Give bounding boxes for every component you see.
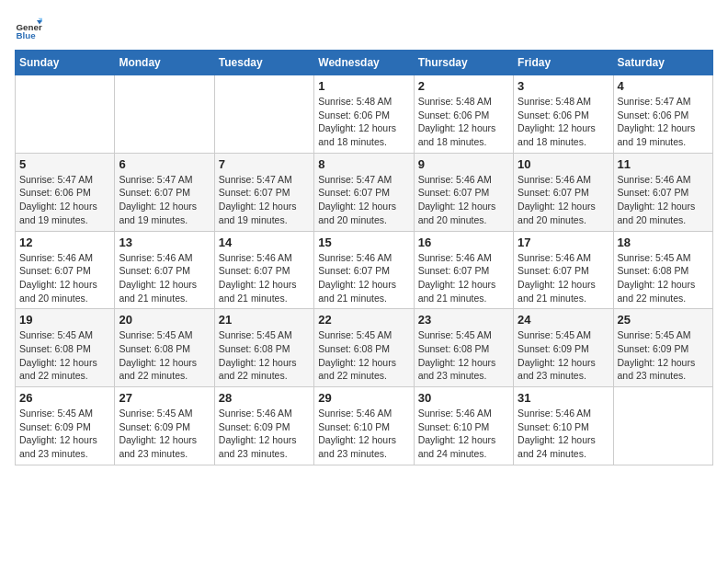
day-info: Sunrise: 5:45 AM Sunset: 6:08 PM Dayligh…	[19, 328, 110, 383]
day-info: Sunrise: 5:45 AM Sunset: 6:09 PM Dayligh…	[618, 328, 709, 383]
day-info: Sunrise: 5:46 AM Sunset: 6:07 PM Dayligh…	[418, 251, 509, 305]
day-number: 19	[19, 313, 110, 327]
calendar-cell: 6Sunrise: 5:47 AM Sunset: 6:07 PM Daylig…	[115, 153, 214, 231]
day-info: Sunrise: 5:47 AM Sunset: 6:07 PM Dayligh…	[119, 173, 210, 227]
day-info: Sunrise: 5:48 AM Sunset: 6:06 PM Dayligh…	[518, 95, 609, 149]
day-number: 18	[618, 236, 709, 249]
day-number: 12	[19, 236, 110, 249]
day-number: 15	[318, 236, 409, 249]
day-info: Sunrise: 5:46 AM Sunset: 6:07 PM Dayligh…	[418, 173, 509, 227]
calendar-header-row: SundayMondayTuesdayWednesdayThursdayFrid…	[16, 51, 713, 75]
day-info: Sunrise: 5:45 AM Sunset: 6:08 PM Dayligh…	[418, 328, 509, 383]
calendar-cell: 18Sunrise: 5:45 AM Sunset: 6:08 PM Dayli…	[613, 231, 712, 309]
calendar-cell: 27Sunrise: 5:45 AM Sunset: 6:09 PM Dayli…	[115, 387, 214, 465]
day-info: Sunrise: 5:46 AM Sunset: 6:07 PM Dayligh…	[219, 251, 310, 305]
day-number: 9	[418, 157, 509, 171]
day-info: Sunrise: 5:45 AM Sunset: 6:08 PM Dayligh…	[618, 251, 709, 305]
day-info: Sunrise: 5:45 AM Sunset: 6:08 PM Dayligh…	[318, 328, 409, 383]
calendar-cell: 5Sunrise: 5:47 AM Sunset: 6:06 PM Daylig…	[16, 153, 115, 231]
calendar-cell	[115, 75, 214, 154]
day-number: 25	[618, 313, 709, 327]
page-header: General Blue	[15, 15, 713, 42]
calendar-cell: 17Sunrise: 5:46 AM Sunset: 6:07 PM Dayli…	[514, 231, 613, 309]
day-number: 17	[518, 236, 609, 249]
day-info: Sunrise: 5:46 AM Sunset: 6:10 PM Dayligh…	[418, 407, 509, 461]
day-info: Sunrise: 5:46 AM Sunset: 6:07 PM Dayligh…	[19, 251, 110, 305]
svg-text:Blue: Blue	[17, 30, 37, 40]
day-number: 13	[119, 236, 210, 249]
day-number: 26	[19, 391, 110, 405]
calendar-cell: 23Sunrise: 5:45 AM Sunset: 6:08 PM Dayli…	[414, 309, 513, 387]
day-info: Sunrise: 5:47 AM Sunset: 6:06 PM Dayligh…	[19, 173, 110, 227]
day-number: 20	[119, 313, 210, 327]
calendar-table: SundayMondayTuesdayWednesdayThursdayFrid…	[15, 50, 713, 465]
day-info: Sunrise: 5:46 AM Sunset: 6:07 PM Dayligh…	[518, 173, 609, 227]
day-number: 5	[19, 157, 110, 171]
logo-icon: General Blue	[15, 15, 42, 42]
day-info: Sunrise: 5:45 AM Sunset: 6:09 PM Dayligh…	[119, 407, 210, 461]
calendar-header-saturday: Saturday	[613, 51, 712, 75]
calendar-cell: 20Sunrise: 5:45 AM Sunset: 6:08 PM Dayli…	[115, 309, 214, 387]
calendar-cell: 11Sunrise: 5:46 AM Sunset: 6:07 PM Dayli…	[613, 153, 712, 231]
calendar-week-row: 26Sunrise: 5:45 AM Sunset: 6:09 PM Dayli…	[16, 387, 713, 465]
calendar-week-row: 12Sunrise: 5:46 AM Sunset: 6:07 PM Dayli…	[16, 231, 713, 309]
calendar-week-row: 1Sunrise: 5:48 AM Sunset: 6:06 PM Daylig…	[16, 75, 713, 154]
day-number: 6	[119, 157, 210, 171]
day-number: 21	[219, 313, 310, 327]
calendar-cell: 7Sunrise: 5:47 AM Sunset: 6:07 PM Daylig…	[214, 153, 313, 231]
day-info: Sunrise: 5:48 AM Sunset: 6:06 PM Dayligh…	[418, 95, 509, 149]
calendar-cell: 26Sunrise: 5:45 AM Sunset: 6:09 PM Dayli…	[16, 387, 115, 465]
day-number: 29	[318, 391, 409, 405]
day-number: 1	[318, 79, 409, 93]
calendar-cell: 25Sunrise: 5:45 AM Sunset: 6:09 PM Dayli…	[613, 309, 712, 387]
calendar-header-monday: Monday	[115, 51, 214, 75]
calendar-cell: 24Sunrise: 5:45 AM Sunset: 6:09 PM Dayli…	[514, 309, 613, 387]
calendar-cell: 3Sunrise: 5:48 AM Sunset: 6:06 PM Daylig…	[514, 75, 613, 154]
calendar-cell: 16Sunrise: 5:46 AM Sunset: 6:07 PM Dayli…	[414, 231, 513, 309]
day-number: 27	[119, 391, 210, 405]
calendar-cell	[16, 75, 115, 154]
day-number: 31	[518, 391, 609, 405]
calendar-header-sunday: Sunday	[16, 51, 115, 75]
day-number: 16	[418, 236, 509, 249]
day-number: 7	[219, 157, 310, 171]
calendar-cell: 13Sunrise: 5:46 AM Sunset: 6:07 PM Dayli…	[115, 231, 214, 309]
day-info: Sunrise: 5:45 AM Sunset: 6:09 PM Dayligh…	[518, 328, 609, 383]
calendar-cell: 15Sunrise: 5:46 AM Sunset: 6:07 PM Dayli…	[314, 231, 414, 309]
day-number: 22	[318, 313, 409, 327]
day-number: 3	[518, 79, 609, 93]
logo: General Blue	[15, 15, 42, 42]
calendar-cell: 9Sunrise: 5:46 AM Sunset: 6:07 PM Daylig…	[414, 153, 513, 231]
calendar-cell: 19Sunrise: 5:45 AM Sunset: 6:08 PM Dayli…	[16, 309, 115, 387]
day-info: Sunrise: 5:45 AM Sunset: 6:08 PM Dayligh…	[119, 328, 210, 383]
day-info: Sunrise: 5:46 AM Sunset: 6:09 PM Dayligh…	[219, 407, 310, 461]
day-info: Sunrise: 5:47 AM Sunset: 6:06 PM Dayligh…	[618, 95, 709, 149]
day-info: Sunrise: 5:46 AM Sunset: 6:07 PM Dayligh…	[119, 251, 210, 305]
day-number: 2	[418, 79, 509, 93]
calendar-week-row: 5Sunrise: 5:47 AM Sunset: 6:06 PM Daylig…	[16, 153, 713, 231]
calendar-cell: 8Sunrise: 5:47 AM Sunset: 6:07 PM Daylig…	[314, 153, 414, 231]
calendar-cell: 1Sunrise: 5:48 AM Sunset: 6:06 PM Daylig…	[314, 75, 414, 154]
calendar-header-tuesday: Tuesday	[214, 51, 313, 75]
day-number: 28	[219, 391, 310, 405]
calendar-cell: 22Sunrise: 5:45 AM Sunset: 6:08 PM Dayli…	[314, 309, 414, 387]
day-info: Sunrise: 5:47 AM Sunset: 6:07 PM Dayligh…	[219, 173, 310, 227]
calendar-header-friday: Friday	[514, 51, 613, 75]
calendar-header-thursday: Thursday	[414, 51, 513, 75]
day-number: 10	[518, 157, 609, 171]
day-number: 30	[418, 391, 509, 405]
day-number: 11	[618, 157, 709, 171]
day-number: 24	[518, 313, 609, 327]
day-number: 8	[318, 157, 409, 171]
day-info: Sunrise: 5:48 AM Sunset: 6:06 PM Dayligh…	[318, 95, 409, 149]
calendar-cell: 10Sunrise: 5:46 AM Sunset: 6:07 PM Dayli…	[514, 153, 613, 231]
day-info: Sunrise: 5:45 AM Sunset: 6:08 PM Dayligh…	[219, 328, 310, 383]
calendar-week-row: 19Sunrise: 5:45 AM Sunset: 6:08 PM Dayli…	[16, 309, 713, 387]
calendar-cell: 12Sunrise: 5:46 AM Sunset: 6:07 PM Dayli…	[16, 231, 115, 309]
calendar-cell: 30Sunrise: 5:46 AM Sunset: 6:10 PM Dayli…	[414, 387, 513, 465]
calendar-cell: 2Sunrise: 5:48 AM Sunset: 6:06 PM Daylig…	[414, 75, 513, 154]
day-number: 23	[418, 313, 509, 327]
day-info: Sunrise: 5:47 AM Sunset: 6:07 PM Dayligh…	[318, 173, 409, 227]
calendar-cell: 21Sunrise: 5:45 AM Sunset: 6:08 PM Dayli…	[214, 309, 313, 387]
day-info: Sunrise: 5:46 AM Sunset: 6:07 PM Dayligh…	[518, 251, 609, 305]
